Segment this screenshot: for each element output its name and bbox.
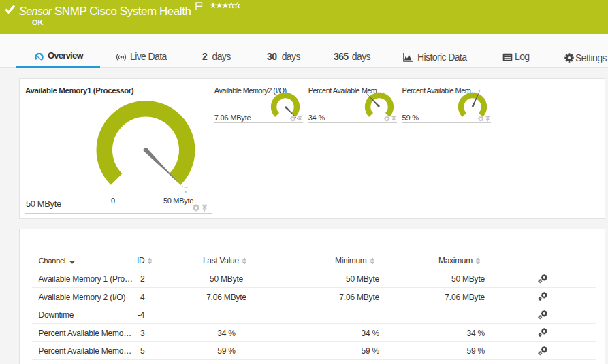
svg-text:x: x: [185, 188, 187, 195]
